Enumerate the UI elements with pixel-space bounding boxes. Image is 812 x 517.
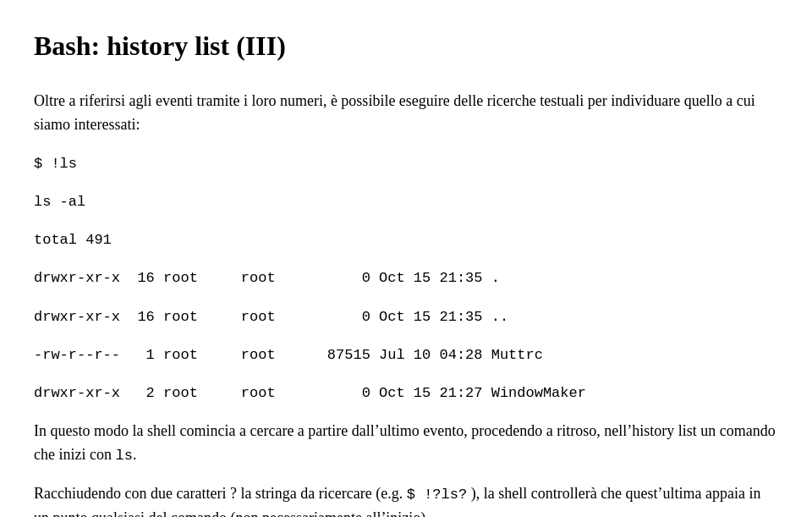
page-title: Bash: history list (III): [34, 25, 778, 66]
inline-code-query: $ !?ls?: [407, 487, 467, 503]
inline-code-ls: ls: [115, 448, 132, 464]
ls-output-line1: ls -al: [34, 190, 778, 213]
ls-output-line5: -rw-r--r-- 1 root root 87515 Jul 10 04:2…: [34, 344, 778, 366]
intro-paragraph: Oltre a riferirsi agli eventi tramite i …: [34, 90, 778, 137]
ls-output-line4: drwxr-xr-x 16 root root 0 Oct 15 21:35 .…: [34, 305, 778, 328]
command-prompt: $ !ls: [34, 152, 778, 175]
command-section: $ !ls ls -al total 491 drwxr-xr-x 16 roo…: [34, 152, 778, 404]
ls-output-line3: drwxr-xr-x 16 root root 0 Oct 15 21:35 .: [34, 267, 778, 289]
ls-output-line2: total 491: [34, 228, 778, 251]
paragraph2: In questo modo la shell comincia a cerca…: [34, 420, 778, 467]
paragraph3: Racchiudendo con due caratteri ? la stri…: [34, 482, 778, 517]
ls-output-line6: drwxr-xr-x 2 root root 0 Oct 15 21:27 Wi…: [34, 382, 778, 404]
